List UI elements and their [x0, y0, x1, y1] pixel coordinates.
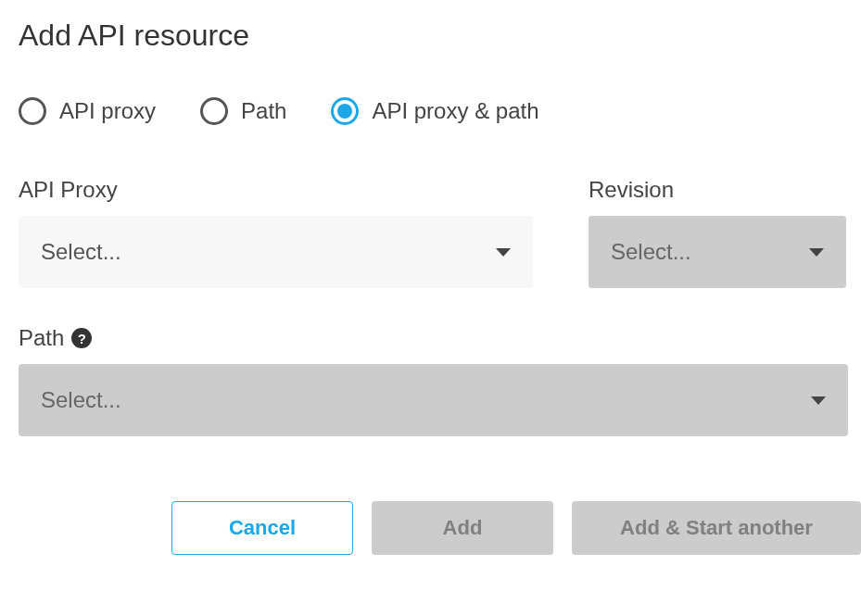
select-placeholder: Select... — [41, 387, 121, 413]
proxy-revision-row: API Proxy Select... Revision Select... — [19, 177, 842, 288]
api-proxy-label: API Proxy — [19, 177, 533, 203]
radio-path[interactable]: Path — [200, 97, 286, 125]
resource-type-radio-group: API proxy Path API proxy & path — [19, 97, 842, 125]
radio-icon — [19, 97, 46, 125]
path-field: Path ? Select... — [19, 325, 848, 436]
add-start-another-button[interactable]: Add & Start another — [572, 501, 861, 555]
path-label: Path ? — [19, 325, 848, 351]
chevron-down-icon — [809, 248, 824, 257]
revision-select[interactable]: Select... — [589, 216, 846, 288]
help-icon[interactable]: ? — [71, 328, 92, 348]
radio-label: API proxy — [59, 98, 156, 124]
chevron-down-icon — [811, 396, 826, 405]
path-label-text: Path — [19, 325, 64, 351]
radio-label: API proxy & path — [372, 98, 538, 124]
revision-field: Revision Select... — [589, 177, 846, 288]
cancel-button[interactable]: Cancel — [171, 501, 353, 555]
radio-icon-selected — [331, 97, 359, 125]
page-title: Add API resource — [19, 19, 842, 53]
radio-label: Path — [241, 98, 286, 124]
revision-label: Revision — [589, 177, 846, 203]
radio-icon — [200, 97, 228, 125]
chevron-down-icon — [496, 248, 511, 257]
select-placeholder: Select... — [611, 239, 691, 265]
path-select[interactable]: Select... — [19, 364, 848, 436]
select-placeholder: Select... — [41, 239, 121, 265]
api-proxy-field: API Proxy Select... — [19, 177, 533, 288]
radio-api-proxy-and-path[interactable]: API proxy & path — [331, 97, 538, 125]
radio-inner-dot — [337, 104, 352, 119]
add-button[interactable]: Add — [372, 501, 553, 555]
radio-api-proxy[interactable]: API proxy — [19, 97, 156, 125]
api-proxy-select[interactable]: Select... — [19, 216, 533, 288]
action-buttons: Cancel Add Add & Start another — [19, 501, 842, 555]
path-section: Path ? Select... — [19, 325, 842, 436]
